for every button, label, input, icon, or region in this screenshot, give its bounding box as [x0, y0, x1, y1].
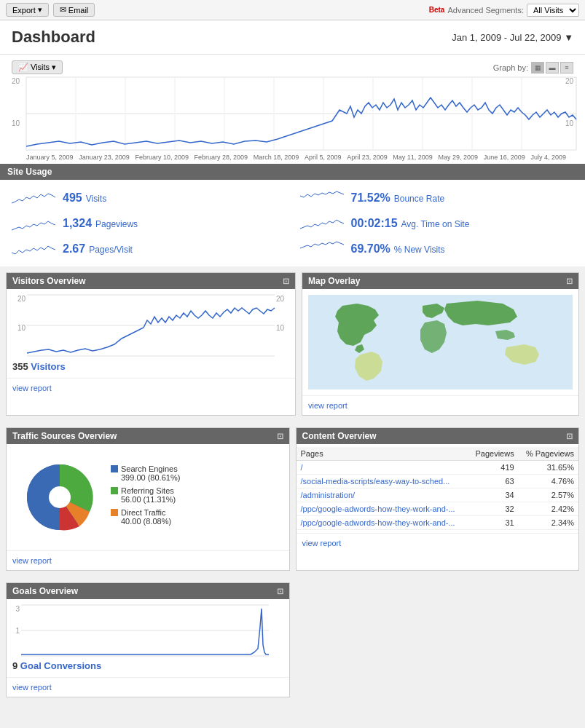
visitors-y-axis: 20 10	[12, 295, 27, 357]
metric-visits: 495 Visits	[12, 189, 286, 207]
page-cell: /administration/	[297, 488, 468, 502]
export-label: Export	[12, 6, 36, 15]
page-title: Dashboard	[12, 28, 95, 47]
pageviews-cell: 419	[468, 461, 519, 475]
x-label-9: May 29, 2009	[439, 154, 479, 161]
segments-dropdown[interactable]: All Visits	[527, 4, 579, 17]
metric-bounce-rate: 71.52% Bounce Rate	[300, 189, 574, 207]
export-button[interactable]: Export ▾	[6, 3, 49, 17]
map-view-report[interactable]: view report	[308, 401, 348, 410]
pageviews-label: Pageviews	[95, 219, 138, 229]
comparison-icon[interactable]: ≡	[560, 62, 573, 74]
svg-point-20	[49, 486, 71, 508]
visitors-expand-icon[interactable]: ⊡	[283, 277, 289, 286]
traffic-sources-widget: Traffic Sources Overview ⊡	[6, 427, 290, 571]
visitors-view-report[interactable]: view report	[12, 384, 52, 392]
site-usage-body: 495 Visits 1,324 Pageviews	[0, 180, 585, 266]
col-pages: Pages	[297, 447, 468, 461]
bar-chart-icon[interactable]: ▦	[531, 62, 544, 74]
x-label-1: January 5, 2009	[26, 154, 74, 161]
visits-tab-label: Visits ▾	[31, 63, 56, 72]
x-label-8: May 11, 2009	[393, 154, 433, 161]
page-cell: /social-media-scripts/easy-way-to-sched.…	[297, 475, 468, 488]
sparkline-visits	[12, 189, 55, 207]
sparkline-ppv	[12, 240, 55, 258]
direct-traffic-label: Direct Traffic	[121, 508, 171, 517]
pct-cell: 31.65%	[519, 461, 578, 475]
y-label-10: 10	[17, 324, 25, 332]
bounce-label: Bounce Rate	[394, 194, 444, 204]
x-label-7: April 23, 2009	[347, 154, 388, 161]
x-label-4: February 28, 2009	[195, 154, 248, 161]
beta-label: Beta	[429, 6, 445, 14]
content-overview-header: Content Overview ⊡	[297, 428, 579, 444]
map-expand-icon[interactable]: ⊡	[566, 277, 573, 286]
map-svg	[310, 295, 572, 389]
page-cell: /	[297, 461, 468, 475]
pageviews-cell: 32	[468, 502, 519, 516]
y-label-10-right: 10	[276, 324, 284, 332]
map-overlay-title: Map Overlay	[308, 276, 360, 286]
sparkline-pageviews	[12, 214, 55, 232]
x-label-2: January 23, 2009	[79, 154, 130, 161]
goals-chart-svg	[21, 605, 269, 656]
line-chart-icon2[interactable]: ▬	[546, 62, 559, 74]
goals-chart-wrapper: 3 1	[12, 605, 283, 656]
metric-ppv-text: 2.67 Pages/Visit	[63, 242, 133, 256]
direct-traffic-text: Direct Traffic 40.00 (8.08%)	[121, 508, 171, 526]
page-link[interactable]: /ppc/google-adwords-how-they-work-and-..…	[301, 518, 455, 527]
date-range-text: Jan 1, 2009 - Jul 22, 2009 ▼	[452, 32, 573, 43]
table-row: /ppc/google-adwords-how-they-work-and-..…	[297, 516, 579, 530]
email-button[interactable]: ✉ Email	[53, 3, 95, 17]
page-cell: /ppc/google-adwords-how-they-work-and-..…	[297, 516, 468, 530]
search-engines-text: Search Engines 399.00 (80.61%)	[121, 464, 180, 482]
legend-direct-traffic: Direct Traffic 40.00 (8.08%)	[111, 508, 180, 526]
page-link[interactable]: /administration/	[301, 491, 356, 499]
content-view-report[interactable]: view report	[302, 539, 342, 547]
goals-overview-title: Goals Overview	[12, 586, 78, 596]
map-footer: view report	[302, 395, 578, 415]
goals-view-report[interactable]: view report	[12, 683, 52, 692]
page-link[interactable]: /ppc/google-adwords-how-they-work-and-..…	[301, 505, 455, 513]
map-overlay-widget: Map Overlay ⊡	[302, 272, 579, 416]
legend-search-engines: Search Engines 399.00 (80.61%)	[111, 464, 180, 482]
graph-by: Graph by: ▦ ▬ ≡	[493, 62, 573, 74]
goals-overview-widget: Goals Overview ⊡ 3 1	[6, 582, 290, 697]
sparkline-time	[300, 214, 344, 232]
visits-chart-wrapper: 20 10 20 10	[26, 77, 573, 161]
pie-container: Search Engines 399.00 (80.61%) Referring…	[12, 450, 283, 545]
pct-cell: 2.34%	[519, 516, 578, 530]
email-label: Email	[68, 6, 89, 15]
referring-sites-text: Referring Sites 56.00 (11.31%)	[121, 486, 176, 504]
page-link[interactable]: /	[301, 463, 303, 472]
pageviews-cell: 34	[468, 488, 519, 502]
content-footer: view report	[297, 533, 579, 553]
toolbar: Export ▾ ✉ Email Beta Advanced Segments:…	[0, 0, 585, 20]
metric-pageviews-text: 1,324 Pageviews	[63, 217, 138, 230]
site-usage-left: 495 Visits 1,324 Pageviews	[12, 189, 286, 258]
metric-bounce-text: 71.52% Bounce Rate	[351, 191, 445, 205]
visitors-overview-title: Visitors Overview	[12, 276, 86, 286]
goals-expand-icon[interactable]: ⊡	[277, 587, 283, 596]
goals-count: 9 Goal Conversions	[12, 660, 101, 671]
goals-count-line: 9 Goal Conversions	[12, 660, 283, 671]
page-link[interactable]: /social-media-scripts/easy-way-to-sched.…	[301, 477, 450, 486]
ppv-value: 2.67	[63, 242, 85, 256]
toolbar-left: Export ▾ ✉ Email	[6, 3, 95, 17]
page-header: Dashboard Jan 1, 2009 - Jul 22, 2009 ▼	[0, 20, 585, 55]
x-label-11: July 4, 2009	[530, 154, 566, 161]
sparkline-new-visits	[300, 240, 344, 258]
date-range[interactable]: Jan 1, 2009 - Jul 22, 2009 ▼	[452, 32, 573, 43]
pie-chart-svg	[20, 457, 100, 537]
traffic-view-report[interactable]: view report	[12, 556, 52, 565]
col-pageviews: Pageviews	[468, 447, 519, 461]
traffic-legend: Search Engines 399.00 (80.61%) Referring…	[111, 464, 180, 530]
traffic-expand-icon[interactable]: ⊡	[277, 432, 283, 441]
referring-sites-dot	[111, 487, 118, 494]
pageviews-cell: 63	[468, 475, 519, 488]
direct-traffic-dot	[111, 509, 118, 516]
content-expand-icon[interactable]: ⊡	[566, 432, 573, 441]
pct-cell: 4.76%	[519, 475, 578, 488]
visits-tab[interactable]: 📈 Visits ▾	[12, 60, 63, 74]
metric-avg-time: 00:02:15 Avg. Time on Site	[300, 214, 574, 232]
